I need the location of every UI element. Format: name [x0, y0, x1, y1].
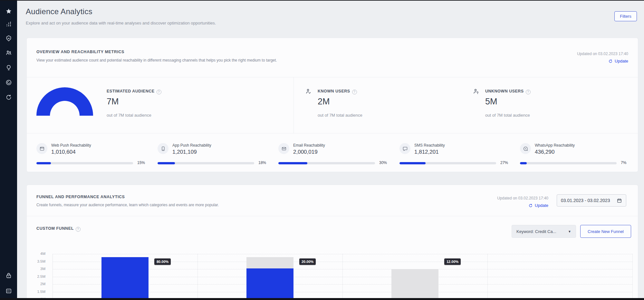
- channel-percent: 27%: [500, 160, 508, 165]
- channel-sms: SMS Reachability 1,812,201 27%: [399, 38, 520, 77]
- y-axis-tick-label: 1.5M: [27, 290, 45, 294]
- y-axis-line: [53, 254, 53, 300]
- funnel-bar-reached: [246, 268, 293, 300]
- vertical-divider: [293, 77, 294, 133]
- page-title: Audience Analytics: [26, 7, 92, 16]
- estimated-audience-caption: out of 7M total audience: [107, 113, 151, 118]
- lock-icon[interactable]: [5, 271, 13, 279]
- y-axis-tick-label: 2.5M: [27, 275, 45, 278]
- keyword-dropdown[interactable]: Keyword: Credit Ca... ▼: [512, 225, 576, 238]
- date-range-value: 03.01.2023 - 03.02.2023: [561, 198, 610, 203]
- channel-value: 1,201,109: [172, 149, 197, 155]
- calendar-icon: [617, 198, 622, 203]
- known-users-value: 2M: [318, 97, 330, 107]
- whatsapp-icon: [520, 143, 531, 154]
- help-icon[interactable]: ?: [352, 90, 357, 94]
- help-icon[interactable]: ?: [157, 90, 161, 94]
- y-axis-tick-label: 4M: [27, 252, 45, 256]
- gridline: [632, 254, 633, 300]
- divider: [27, 216, 638, 216]
- funnel-card-title: FUNNEL AND PERFORMANCE ANALYTICS: [36, 195, 125, 199]
- gridline: [197, 254, 198, 300]
- estimated-audience-value: 7M: [107, 97, 119, 107]
- channel-percent: 7%: [621, 160, 626, 165]
- progress-bar: [520, 162, 617, 164]
- overview-reachability-card: OVERVIEW AND REACHABILITY METRICS View y…: [26, 38, 638, 172]
- known-user-icon: [305, 88, 312, 95]
- funnel-bar-chart: 4M3.5M3M2.5M2M1.5M1M80.00%20.00%12.00%: [27, 249, 639, 300]
- y-axis-tick-label: 3M: [27, 267, 45, 271]
- web-push-icon: [36, 143, 47, 154]
- y-axis-tick-label: 3.5M: [27, 259, 45, 263]
- journeys-target-icon[interactable]: [5, 78, 13, 86]
- channel-value: 1,010,604: [51, 149, 76, 155]
- progress-bar: [278, 162, 375, 164]
- apps-grid-icon[interactable]: [5, 287, 13, 295]
- unknown-users-label: UNKNOWN USERS?: [485, 89, 531, 94]
- funnel-update-label: Update: [535, 203, 548, 208]
- unknown-users-value: 5M: [485, 97, 497, 107]
- known-users-caption: out of 7M total audience: [318, 113, 362, 118]
- conversion-badge: 12.00%: [444, 258, 461, 265]
- channel-app-push: App Push Reachability 1,201,109 18%: [158, 38, 278, 77]
- favorites-star-icon[interactable]: [5, 7, 13, 15]
- custom-funnel-title: CUSTOM FUNNEL?: [36, 226, 81, 232]
- channel-label: App Push Reachability: [172, 143, 211, 148]
- filters-button[interactable]: Filters: [614, 11, 637, 21]
- estimated-audience-gauge: [36, 87, 93, 116]
- update-refresh-icon: [528, 203, 533, 208]
- gridline: [53, 299, 632, 300]
- audience-analytics-screen: Audience Analytics Explore and act on yo…: [0, 0, 644, 300]
- channel-label: WhatsApp Reachability: [535, 143, 575, 148]
- sidebar: [0, 1, 17, 300]
- channel-value: 2,000,019: [293, 149, 318, 155]
- progress-bar: [36, 162, 133, 164]
- unknown-users-caption: out of 7M total audience: [485, 113, 530, 118]
- funnel-performance-card: FUNNEL AND PERFORMANCE ANALYTICS Create …: [26, 185, 638, 300]
- funnel-updated-text: Updated on 03.02.2023 17:40: [497, 196, 548, 200]
- y-axis-tick-label: 1M: [27, 297, 45, 300]
- channel-percent: 30%: [379, 160, 387, 165]
- gridline: [342, 254, 343, 300]
- shield-badge-icon[interactable]: [5, 34, 13, 42]
- channel-percent: 15%: [137, 160, 145, 165]
- channel-whatsapp: WhatsApp Reachability 436,290 7%: [520, 38, 641, 77]
- divider: [27, 133, 638, 133]
- chevron-down-icon: ▼: [568, 230, 571, 233]
- page-subtitle: Explore and act on your audience data wi…: [26, 21, 216, 25]
- estimated-audience-label: ESTIMATED AUDIENCE?: [107, 89, 161, 94]
- channel-label: Email Reachability: [293, 143, 325, 148]
- email-icon: [278, 143, 289, 154]
- channel-label: Web Push Reachability: [51, 143, 91, 148]
- channel-percent: 18%: [258, 160, 266, 165]
- create-new-funnel-button[interactable]: Create New Funnel: [580, 225, 631, 238]
- progress-bar: [399, 162, 496, 164]
- funnel-update-link[interactable]: Update: [528, 203, 548, 208]
- known-users-label: KNOWN USERS?: [318, 89, 357, 94]
- progress-bar: [158, 162, 254, 164]
- keyword-dropdown-value: Keyword: Credit Ca...: [516, 229, 556, 234]
- analytics-bars-icon[interactable]: [5, 20, 13, 28]
- audience-people-icon[interactable]: [5, 49, 13, 57]
- app-push-icon: [158, 143, 168, 154]
- conversion-badge: 20.00%: [299, 258, 316, 265]
- sms-chat-icon: [399, 143, 410, 154]
- date-range-picker[interactable]: 03.01.2023 - 03.02.2023: [557, 194, 626, 207]
- channel-value: 436,290: [535, 149, 554, 155]
- help-icon[interactable]: ?: [76, 227, 81, 232]
- funnel-bar-reached: [101, 257, 149, 300]
- funnel-bar-total: [391, 269, 438, 300]
- channel-email: Email Reachability 2,000,019 30%: [278, 38, 399, 77]
- ideas-lightbulb-icon[interactable]: [5, 63, 13, 72]
- unknown-user-icon: [472, 88, 479, 95]
- help-icon[interactable]: ?: [526, 90, 531, 94]
- gridline: [487, 254, 488, 300]
- funnel-card-subtitle: Create funnels, measure your audience pe…: [36, 203, 219, 207]
- channel-web-push: Web Push Reachability 1,010,604 15%: [36, 38, 157, 77]
- conversion-badge: 80.00%: [154, 258, 171, 265]
- y-axis-tick-label: 2M: [27, 282, 45, 286]
- refresh-circle-icon[interactable]: [5, 93, 13, 101]
- channel-value: 1,812,201: [414, 149, 439, 155]
- channel-label: SMS Reachability: [414, 143, 445, 148]
